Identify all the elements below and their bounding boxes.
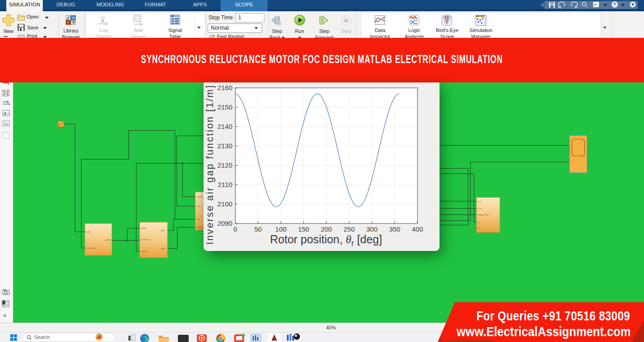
svg-text:a_mech_act: a_mech_act bbox=[86, 247, 96, 249]
svg-text:Search: Search bbox=[34, 334, 50, 340]
svg-text:400: 400 bbox=[412, 225, 423, 233]
svg-text:2100: 2100 bbox=[218, 200, 232, 208]
svg-text:250: 250 bbox=[344, 225, 355, 233]
svg-text:300: 300 bbox=[366, 225, 377, 233]
svg-text:2160: 2160 bbox=[218, 84, 232, 91]
svg-text:iqITRk: iqITRk bbox=[141, 227, 146, 229]
svg-text:w_mech_act: w_mech_act bbox=[141, 238, 151, 241]
svg-text:150: 150 bbox=[298, 225, 309, 233]
svg-text:2150: 2150 bbox=[218, 103, 232, 111]
svg-text:i_dmeas: i_dmeas bbox=[141, 250, 147, 252]
svg-text:i_ref: i_ref bbox=[196, 218, 200, 220]
svg-text:i1_q: i1_q bbox=[478, 207, 481, 210]
svg-text:omega_mech: omega_mech bbox=[478, 214, 489, 216]
svg-text:2110: 2110 bbox=[218, 181, 232, 188]
svg-text:i_qse: i_qse bbox=[196, 205, 201, 207]
svg-text:2130: 2130 bbox=[218, 142, 232, 150]
svg-text:i_qITRK: i_qITRK bbox=[104, 239, 111, 241]
svg-text:i_dref: i_dref bbox=[160, 247, 165, 250]
svg-text:2090: 2090 bbox=[218, 219, 232, 227]
svg-text:100: 100 bbox=[275, 225, 286, 233]
svg-text:350: 350 bbox=[389, 225, 400, 233]
svg-text:i1_d: i1_d bbox=[478, 201, 481, 203]
svg-text:?: ? bbox=[613, 2, 616, 7]
svg-text:200: 200 bbox=[321, 225, 332, 233]
svg-text:Inverse air gap function [1/m]: Inverse air gap function [1/m] bbox=[204, 84, 215, 245]
svg-text:i_qref: i_qref bbox=[160, 229, 165, 232]
svg-text:A: A bbox=[4, 111, 7, 116]
svg-text:»: » bbox=[3, 312, 6, 319]
svg-text:w_b2: w_b2 bbox=[86, 231, 91, 233]
svg-text:»: » bbox=[594, 2, 596, 7]
svg-text:i_b: i_b bbox=[477, 227, 480, 229]
svg-text:i_dmeas: i_dmeas bbox=[196, 196, 203, 198]
svg-text:i_dmeas: i_dmeas bbox=[196, 226, 203, 228]
svg-text:2120: 2120 bbox=[218, 161, 232, 169]
svg-text:0: 0 bbox=[233, 225, 237, 233]
svg-text:50: 50 bbox=[254, 225, 262, 233]
svg-text:Rotor position, θr [deg]: Rotor position, θr [deg] bbox=[270, 233, 382, 248]
svg-text:i_a: i_a bbox=[477, 221, 480, 223]
svg-text:2140: 2140 bbox=[218, 123, 232, 130]
